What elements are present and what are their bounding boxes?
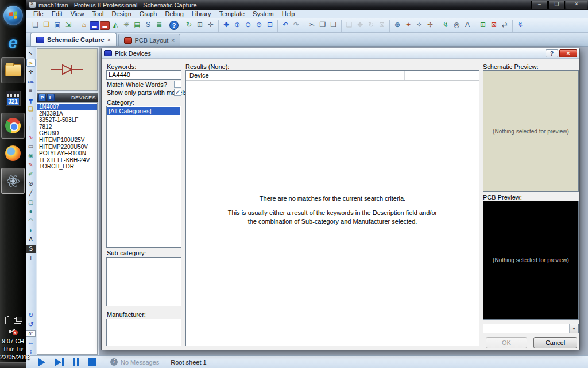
junction-dot-mode-icon[interactable]: ✛	[26, 68, 36, 76]
library-manager-button[interactable]: L	[47, 94, 55, 101]
cut-icon[interactable]: ✂	[307, 20, 317, 30]
device-list-item[interactable]: POLYLAYER100N	[37, 150, 97, 157]
menu-debug[interactable]: Debug	[161, 10, 187, 18]
block-move-icon[interactable]: ✥	[355, 20, 365, 30]
make-device-icon[interactable]: ✦	[403, 20, 413, 30]
new-sheet-icon[interactable]: ⊞	[478, 20, 488, 30]
graphics-circle-mode-icon[interactable]: ●	[26, 208, 36, 216]
dialog-close-button[interactable]: ✕	[559, 49, 577, 57]
packaging-tool-icon[interactable]: ✧	[414, 20, 424, 30]
minimize-button[interactable]: –	[531, 1, 548, 9]
design-explorer-icon[interactable]: ≣	[154, 20, 164, 30]
device-list-item[interactable]: TEXTELL-KBH-24V	[37, 157, 97, 164]
device-list-item[interactable]: HITEMP100U25V	[37, 137, 97, 144]
menu-edit[interactable]: Edit	[48, 10, 67, 18]
goto-sheet-icon[interactable]: ⇄	[500, 20, 510, 30]
menu-help[interactable]: Help	[278, 10, 299, 18]
cancel-button[interactable]: Cancel	[533, 337, 577, 348]
source-code-icon[interactable]: S	[143, 20, 153, 30]
block-copy-icon[interactable]: ❏	[344, 20, 354, 30]
graphics-arc-mode-icon[interactable]: ◠	[26, 217, 36, 225]
dialog-help-button[interactable]: ?	[546, 49, 558, 57]
markers-mode-icon[interactable]: ✛	[26, 254, 36, 262]
device-list-item[interactable]: 7812	[37, 124, 97, 131]
component-mode-icon[interactable]: ⊳	[26, 59, 36, 67]
menu-view[interactable]: View	[67, 10, 88, 18]
decompose-icon[interactable]: ✢	[425, 20, 435, 30]
menu-graph[interactable]: Graph	[136, 10, 161, 18]
subcategory-list[interactable]	[106, 257, 181, 306]
chevron-down-icon[interactable]: ▾	[569, 324, 578, 333]
stop-button[interactable]	[88, 358, 96, 366]
wire-label-mode-icon[interactable]: LBL	[26, 78, 36, 86]
pause-button[interactable]	[73, 358, 79, 366]
subcircuit-mode-icon[interactable]: ❏	[26, 105, 36, 113]
menu-system[interactable]: System	[249, 10, 278, 18]
device-list-item[interactable]: TORCH_LDR	[37, 163, 97, 170]
current-probe-mode-icon[interactable]: ✐	[26, 170, 36, 178]
virtual-instruments-mode-icon[interactable]: ⊘	[26, 180, 36, 188]
zoom-in-icon[interactable]: ⊕	[232, 20, 242, 30]
text-script-mode-icon[interactable]: ≡	[26, 87, 36, 95]
device-list-item[interactable]: GBU6D	[37, 130, 97, 137]
device-list-item[interactable]: 1N4007	[37, 103, 97, 110]
menu-library[interactable]: Library	[188, 10, 215, 18]
restore-button[interactable]: ❐	[548, 1, 565, 9]
terminals-mode-icon[interactable]: ⊐	[26, 114, 36, 122]
remove-sheet-icon[interactable]: ⊠	[489, 20, 499, 30]
footprint-dropdown[interactable]: ▾	[483, 324, 579, 334]
simulator-gears-icon[interactable]: ✳	[121, 20, 131, 30]
rotate-anticlockwise-button[interactable]: ↺	[26, 320, 36, 328]
pick-devices-button[interactable]: P	[38, 94, 46, 101]
electrical-rules-check-icon[interactable]: ↯	[515, 20, 525, 30]
wire-autorouter-icon[interactable]: ↯	[440, 20, 451, 30]
tray-clock[interactable]: 9:07 CH Thứ Tư 22/05/2013	[0, 337, 26, 361]
tab-pcb-layout[interactable]: PCB Layout×	[118, 34, 181, 46]
device-list-item[interactable]: 2N3391A	[37, 110, 97, 117]
show-desktop-button[interactable]	[0, 362, 26, 368]
generator-mode-icon[interactable]: ◉	[26, 152, 36, 160]
taskbar-item-internet-explorer[interactable]: e	[1, 30, 25, 56]
taskbar-item-proteus[interactable]	[1, 168, 25, 194]
pan-icon[interactable]: ✥	[221, 20, 231, 30]
manufacturer-list[interactable]	[106, 319, 181, 346]
menu-tool[interactable]: Tool	[88, 10, 107, 18]
graphics-text-mode-icon[interactable]: A	[26, 236, 36, 244]
buses-mode-icon[interactable]: ┳	[26, 96, 36, 104]
keywords-input[interactable]: LA4440	[106, 70, 181, 80]
new-project-icon[interactable]: ❑	[30, 20, 41, 30]
import-project-icon[interactable]: ⇲	[63, 20, 74, 30]
volume-muted-icon[interactable]: x	[9, 328, 18, 335]
zoom-out-icon[interactable]: ⊖	[243, 20, 253, 30]
pick-parts-icon[interactable]: ⊛	[392, 20, 403, 30]
property-assignment-icon[interactable]: A	[462, 20, 473, 30]
redo-icon[interactable]: ↷	[291, 20, 301, 30]
taskbar-item-firefox[interactable]	[1, 140, 25, 166]
toggle-grid-icon[interactable]: ⊞	[195, 20, 205, 30]
home-page-icon[interactable]: ⌂	[79, 20, 89, 30]
help-contents-icon[interactable]: ?	[169, 21, 179, 30]
tab-schematic-capture[interactable]: Schematic Capture×	[30, 33, 117, 46]
taskbar-item-chrome[interactable]	[1, 113, 25, 139]
start-button[interactable]	[1, 2, 25, 28]
menu-template[interactable]: Template	[215, 10, 249, 18]
graphics-box-mode-icon[interactable]: ▢	[26, 198, 36, 206]
close-tab-icon[interactable]: ×	[171, 37, 175, 44]
graphics-line-mode-icon[interactable]: ╱	[26, 189, 36, 197]
device-pins-mode-icon[interactable]: ⊦	[26, 124, 36, 132]
battery-icon[interactable]	[5, 317, 10, 324]
menu-design[interactable]: Design	[108, 10, 136, 18]
redraw-icon[interactable]: ↻	[184, 20, 194, 30]
block-rotate-icon[interactable]: ↻	[366, 20, 376, 30]
bill-of-materials-icon[interactable]: ▤	[132, 20, 142, 30]
3d-visualizer-icon[interactable]: ◭	[110, 20, 121, 30]
block-delete-icon[interactable]: ⊠	[377, 20, 387, 30]
rotate-clockwise-button[interactable]: ↻	[26, 311, 36, 319]
paste-icon[interactable]: ❒	[328, 20, 339, 30]
voltage-probe-mode-icon[interactable]: ✎	[26, 161, 36, 169]
play-button[interactable]	[38, 358, 45, 366]
undo-icon[interactable]: ↶	[280, 20, 291, 30]
menu-file[interactable]: File	[29, 10, 48, 18]
tape-recorder-mode-icon[interactable]: ▭	[26, 143, 36, 151]
show-only-parts-checkbox[interactable]: ✓	[174, 89, 181, 96]
